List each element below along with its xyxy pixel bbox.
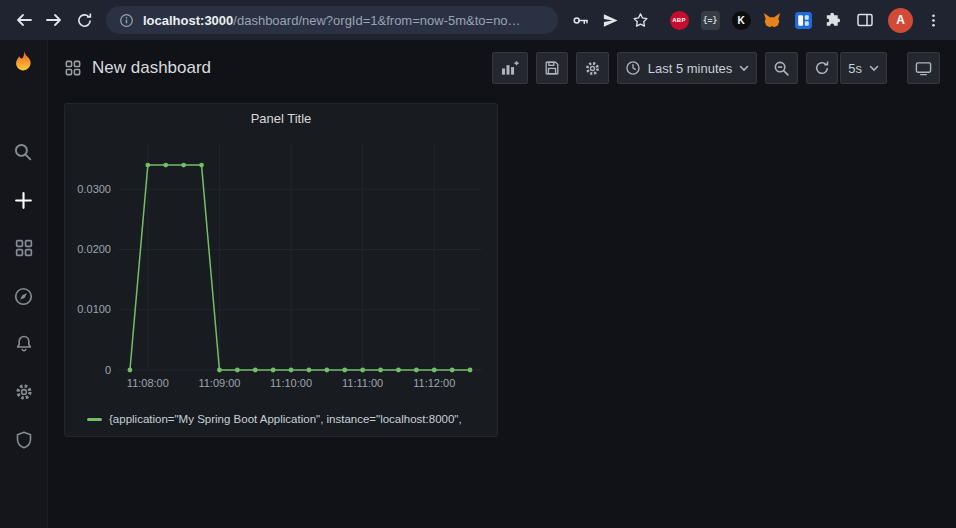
refresh-group: 5s	[806, 52, 887, 84]
panel-title: Panel Title	[251, 111, 312, 126]
reload-button[interactable]	[70, 6, 98, 34]
zoom-out-icon	[773, 60, 790, 77]
chevron-down-icon	[869, 65, 879, 72]
k-badge: K	[732, 11, 751, 30]
browser-toolbar: localhost:3000/dashboard/new?orgId=1&fro…	[0, 0, 956, 40]
tv-monitor-icon	[915, 60, 932, 77]
forward-button[interactable]	[40, 6, 68, 34]
panel: Panel Title 00.01000.02000.030011:08:001…	[64, 103, 498, 437]
dashboard-canvas: Panel Title 00.01000.02000.030011:08:001…	[48, 96, 956, 528]
add-panel-button[interactable]	[492, 52, 528, 84]
dashboard-header: New dashboard Last 5 minutes	[48, 40, 956, 96]
reload-icon	[76, 12, 93, 29]
sidebar-item-server-admin[interactable]	[7, 423, 41, 457]
blue-grid-extension-icon[interactable]	[792, 9, 814, 31]
sidebar-item-create[interactable]	[7, 183, 41, 217]
svg-text:11:08:00: 11:08:00	[127, 377, 169, 389]
metamask-fox-icon[interactable]	[761, 9, 783, 31]
chevron-down-icon	[739, 65, 749, 72]
sidebar-nav	[7, 135, 41, 457]
adblock-extension-icon[interactable]: ABP	[668, 9, 690, 31]
bookmark-star-button[interactable]	[626, 6, 654, 34]
grafana-app: New dashboard Last 5 minutes	[0, 40, 956, 528]
clock-icon	[625, 60, 641, 76]
zoom-out-button[interactable]	[765, 52, 798, 84]
extensions-puzzle-icon[interactable]	[823, 9, 845, 31]
plus-icon	[13, 190, 34, 211]
url-path: /dashboard/new?orgId=1&from=now-5m&to=no…	[233, 13, 520, 28]
svg-text:0.0100: 0.0100	[77, 303, 111, 315]
address-bar[interactable]: localhost:3000/dashboard/new?orgId=1&fro…	[106, 6, 558, 34]
password-key-button[interactable]	[566, 6, 594, 34]
back-button[interactable]	[10, 6, 38, 34]
side-panel-icon[interactable]	[854, 9, 876, 31]
panel-legend: {application="My Spring Boot Application…	[65, 404, 497, 434]
profile-avatar[interactable]: A	[888, 8, 913, 33]
star-icon	[632, 12, 649, 29]
adblock-badge: ABP	[670, 11, 689, 30]
save-icon	[544, 60, 560, 76]
k-extension-icon[interactable]: K	[730, 9, 752, 31]
time-range-picker[interactable]: Last 5 minutes	[617, 52, 758, 84]
bell-icon	[14, 334, 34, 354]
json-viewer-extension-icon[interactable]: {=}	[699, 9, 721, 31]
legend-swatch	[87, 418, 102, 421]
shield-icon	[14, 430, 34, 450]
svg-text:11:12:00: 11:12:00	[413, 377, 455, 389]
timeseries-chart[interactable]: 00.01000.02000.030011:08:0011:09:0011:10…	[68, 132, 494, 404]
back-arrow-icon	[15, 11, 33, 29]
send-button[interactable]	[596, 6, 624, 34]
search-icon	[13, 142, 34, 163]
forward-arrow-icon	[45, 11, 63, 29]
url-text: localhost:3000/dashboard/new?orgId=1&fro…	[143, 13, 521, 28]
refresh-interval-dropdown[interactable]: 5s	[840, 52, 887, 84]
dashboard-title-wrap: New dashboard	[64, 58, 211, 78]
extensions-row: ABP {=} K	[668, 9, 876, 31]
kebab-menu-icon	[925, 12, 942, 29]
page-info-icon[interactable]	[119, 13, 134, 28]
grafana-sidebar	[0, 40, 48, 528]
time-range-label: Last 5 minutes	[648, 61, 733, 76]
url-host: localhost:3000	[143, 13, 233, 28]
sidebar-item-configuration[interactable]	[7, 375, 41, 409]
grafana-flame-icon	[10, 49, 37, 76]
grafana-main: New dashboard Last 5 minutes	[48, 40, 956, 528]
browser-menu-button[interactable]	[919, 6, 947, 34]
refresh-icon	[814, 60, 830, 76]
grafana-logo[interactable]	[0, 40, 47, 84]
refresh-interval-label: 5s	[848, 61, 862, 76]
compass-icon	[13, 286, 34, 307]
settings-gear-icon	[584, 60, 601, 77]
svg-text:0.0300: 0.0300	[77, 183, 111, 195]
refresh-button[interactable]	[806, 52, 838, 84]
json-viewer-badge: {=}	[701, 11, 720, 30]
save-dashboard-button[interactable]	[536, 52, 568, 84]
dashboard-toolbar: Last 5 minutes 5s	[492, 52, 940, 84]
sidebar-item-explore[interactable]	[7, 279, 41, 313]
svg-text:11:09:00: 11:09:00	[198, 377, 240, 389]
page-title: New dashboard	[92, 58, 211, 78]
key-icon	[571, 11, 590, 30]
add-panel-icon	[500, 60, 520, 77]
dashboards-grid-icon	[14, 238, 34, 258]
panel-header[interactable]: Panel Title	[65, 104, 497, 132]
svg-text:0.0200: 0.0200	[77, 243, 111, 255]
svg-text:11:11:00: 11:11:00	[342, 377, 383, 389]
sidebar-item-alerting[interactable]	[7, 327, 41, 361]
sidebar-item-search[interactable]	[7, 135, 41, 169]
send-icon	[602, 12, 619, 29]
gear-icon	[14, 382, 34, 402]
tv-mode-button[interactable]	[907, 52, 940, 84]
svg-text:0: 0	[105, 364, 111, 376]
sidebar-item-dashboards[interactable]	[7, 231, 41, 265]
dashboard-settings-button[interactable]	[576, 52, 609, 84]
apps-grid-icon	[64, 59, 82, 77]
legend-label[interactable]: {application="My Spring Boot Application…	[109, 413, 462, 425]
svg-text:11:10:00: 11:10:00	[270, 377, 312, 389]
